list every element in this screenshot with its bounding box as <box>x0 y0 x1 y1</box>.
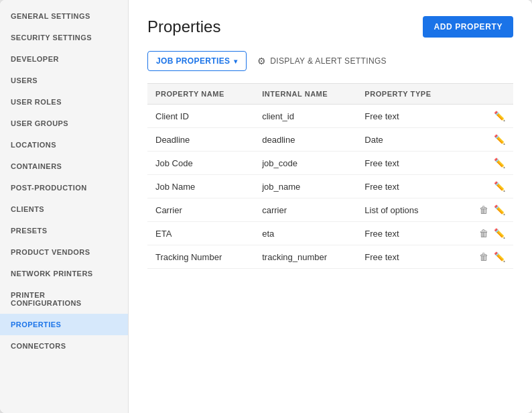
tabs-bar: JOB PROPERTIES ▾ ⚙ DISPLAY & ALERT SETTI… <box>147 51 513 71</box>
table-body: Client IDclient_idFree text✏️Deadlinedea… <box>147 105 513 269</box>
cell-internal-name: client_id <box>254 105 356 128</box>
main-header: Properties ADD PROPERTY <box>147 16 513 38</box>
tab-display-alert-settings[interactable]: ⚙ DISPLAY & ALERT SETTINGS <box>249 51 395 71</box>
table-row: Job Namejob_nameFree text✏️ <box>147 175 513 198</box>
chevron-down-icon: ▾ <box>234 58 237 65</box>
col-header-internal-name: Internal Name <box>254 84 356 105</box>
sidebar-item-product-vendors[interactable]: Product Vendors <box>0 241 128 263</box>
actions-cell: 🗑✏️ <box>468 228 505 239</box>
edit-icon[interactable]: ✏️ <box>494 251 505 262</box>
actions-cell: ✏️ <box>468 158 505 168</box>
sidebar-item-properties[interactable]: Properties <box>0 314 128 335</box>
table-row: ETAetaFree text🗑✏️ <box>147 222 513 245</box>
edit-icon[interactable]: ✏️ <box>494 228 505 239</box>
settings-icon: ⚙ <box>257 56 266 66</box>
delete-icon[interactable]: 🗑 <box>479 228 488 239</box>
sidebar-item-security-settings[interactable]: Security Settings <box>0 27 128 48</box>
sidebar-item-user-roles[interactable]: User Roles <box>0 91 128 113</box>
add-property-button[interactable]: ADD PROPERTY <box>423 16 513 38</box>
cell-property-name: Deadline <box>147 128 254 152</box>
cell-property-type: Free text <box>356 152 460 175</box>
cell-property-name: Job Name <box>147 175 254 198</box>
sidebar-item-developer[interactable]: Developer <box>0 48 128 70</box>
cell-actions: 🗑✏️ <box>460 222 513 245</box>
edit-icon[interactable]: ✏️ <box>494 204 505 215</box>
cell-property-type: Free text <box>356 105 460 128</box>
cell-internal-name: eta <box>254 222 356 245</box>
main-content: Properties ADD PROPERTY JOB PROPERTIES ▾… <box>129 0 532 413</box>
sidebar-item-clients[interactable]: Clients <box>0 198 128 220</box>
delete-icon[interactable]: 🗑 <box>479 204 488 215</box>
cell-internal-name: job_code <box>254 152 356 175</box>
cell-internal-name: job_name <box>254 175 356 198</box>
sidebar-item-network-printers[interactable]: Network Printers <box>0 263 128 284</box>
sidebar-item-users[interactable]: Users <box>0 70 128 91</box>
table-row: DeadlinedeadlineDate✏️ <box>147 128 513 152</box>
cell-property-name: Carrier <box>147 198 254 222</box>
cell-internal-name: carrier <box>254 198 356 222</box>
edit-icon[interactable]: ✏️ <box>494 158 505 168</box>
sidebar-item-presets[interactable]: Presets <box>0 220 128 241</box>
sidebar-item-general-settings[interactable]: General Settings <box>0 5 128 27</box>
table-row: CarriercarrierList of options🗑✏️ <box>147 198 513 222</box>
cell-property-type: List of options <box>356 198 460 222</box>
cell-property-name: Tracking Number <box>147 245 254 269</box>
col-header-property-name: Property Name <box>147 84 254 105</box>
sidebar-item-containers[interactable]: Containers <box>0 156 128 177</box>
sidebar-item-locations[interactable]: Locations <box>0 134 128 156</box>
cell-actions: ✏️ <box>460 152 513 175</box>
sidebar-item-printer-configurations[interactable]: Printer Configurations <box>0 284 128 314</box>
col-header-actions <box>460 84 513 105</box>
app-window: General SettingsSecurity SettingsDevelop… <box>0 0 532 413</box>
sidebar: General SettingsSecurity SettingsDevelop… <box>0 0 129 413</box>
sidebar-item-user-groups[interactable]: User Groups <box>0 113 128 134</box>
cell-property-name: ETA <box>147 222 254 245</box>
actions-cell: ✏️ <box>468 181 505 192</box>
tab-job-properties[interactable]: JOB PROPERTIES ▾ <box>147 51 247 71</box>
cell-property-name: Client ID <box>147 105 254 128</box>
cell-property-type: Free text <box>356 245 460 269</box>
actions-cell: ✏️ <box>468 111 505 121</box>
edit-icon[interactable]: ✏️ <box>494 111 505 121</box>
table-row: Client IDclient_idFree text✏️ <box>147 105 513 128</box>
page-title: Properties <box>147 17 220 36</box>
sidebar-item-post-production[interactable]: Post-Production <box>0 177 128 198</box>
cell-property-type: Free text <box>356 175 460 198</box>
tab-display-alert-label: DISPLAY & ALERT SETTINGS <box>270 56 387 66</box>
delete-icon[interactable]: 🗑 <box>479 251 488 262</box>
cell-property-name: Job Code <box>147 152 254 175</box>
tab-job-properties-label: JOB PROPERTIES <box>156 56 230 66</box>
actions-cell: 🗑✏️ <box>468 251 505 262</box>
edit-icon[interactable]: ✏️ <box>494 181 505 192</box>
cell-actions: 🗑✏️ <box>460 198 513 222</box>
table-row: Job Codejob_codeFree text✏️ <box>147 152 513 175</box>
actions-cell: ✏️ <box>468 134 505 145</box>
cell-property-type: Free text <box>356 222 460 245</box>
table-header: Property Name Internal Name Property Typ… <box>147 84 513 105</box>
cell-actions: ✏️ <box>460 175 513 198</box>
table-row: Tracking Numbertracking_numberFree text🗑… <box>147 245 513 269</box>
cell-actions: 🗑✏️ <box>460 245 513 269</box>
col-header-property-type: Property Type <box>356 84 460 105</box>
cell-internal-name: tracking_number <box>254 245 356 269</box>
actions-cell: 🗑✏️ <box>468 204 505 215</box>
cell-actions: ✏️ <box>460 105 513 128</box>
cell-internal-name: deadline <box>254 128 356 152</box>
cell-actions: ✏️ <box>460 128 513 152</box>
edit-icon[interactable]: ✏️ <box>494 134 505 145</box>
sidebar-item-connectors[interactable]: Connectors <box>0 335 128 357</box>
properties-table: Property Name Internal Name Property Typ… <box>147 83 513 269</box>
cell-property-type: Date <box>356 128 460 152</box>
